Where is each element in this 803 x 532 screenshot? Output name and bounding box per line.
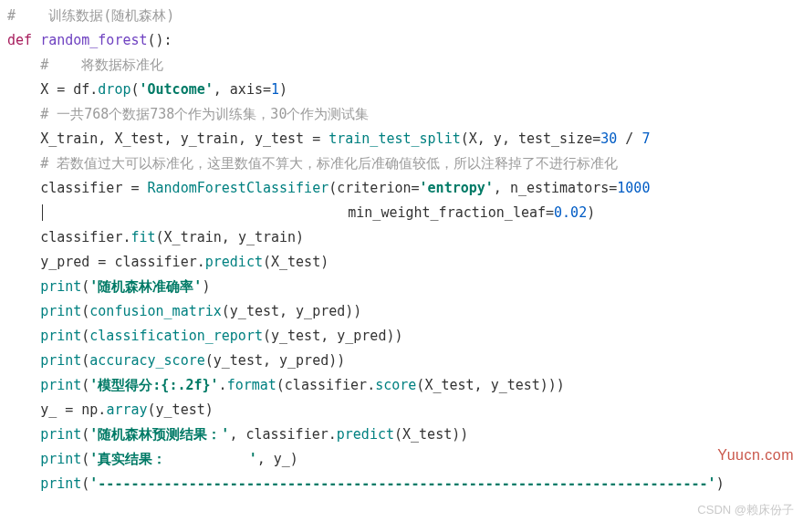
- number: 0.02: [554, 204, 587, 221]
- ident: df: [73, 81, 89, 98]
- call: print: [40, 377, 81, 393]
- ident: classifier: [40, 229, 122, 245]
- ident: X_test: [114, 130, 163, 147]
- ident: y_pred: [296, 303, 345, 319]
- ident: y: [494, 130, 502, 147]
- watermark-grey: CSDN @赖床份子: [697, 502, 794, 518]
- number: 30: [600, 130, 617, 147]
- number: 7: [641, 130, 650, 147]
- call: RandomForestClassifier: [148, 180, 329, 196]
- string: 'entropy': [420, 180, 494, 196]
- ident: X_test: [424, 377, 474, 393]
- call: predict: [337, 426, 394, 443]
- call: print: [40, 303, 81, 319]
- ident: X_test: [271, 254, 320, 270]
- ident: y_test: [255, 130, 304, 147]
- ident: y_test: [214, 352, 263, 369]
- ident: y_test: [491, 377, 540, 393]
- kwarg: n_estimators: [510, 180, 609, 196]
- call: predict: [205, 254, 263, 270]
- ident: X_train: [40, 130, 98, 147]
- call: confusion_matrix: [89, 303, 222, 319]
- ident: y_test: [271, 328, 320, 344]
- kwarg: test_size: [518, 130, 592, 147]
- call: accuracy_score: [89, 352, 204, 369]
- call: print: [40, 328, 81, 344]
- ident: y_pred: [40, 254, 89, 270]
- ident: y_pred: [337, 328, 386, 344]
- call: print: [40, 475, 81, 492]
- ident: y_test: [156, 402, 205, 418]
- call: print: [40, 451, 81, 467]
- ident: X_test: [402, 426, 452, 443]
- kwarg: min_weight_fraction_leaf: [348, 204, 546, 221]
- ident: y_test: [230, 303, 279, 319]
- ident: classifier: [114, 254, 196, 270]
- string: 'Outcome': [140, 81, 214, 98]
- call: print: [40, 426, 81, 443]
- ident: np: [81, 402, 98, 418]
- call: fit: [130, 229, 155, 245]
- ident: classifier: [285, 377, 367, 393]
- string: '随机森林预测结果：': [89, 426, 229, 443]
- kw-def: def: [7, 32, 32, 48]
- string: '真实结果： ': [89, 451, 256, 467]
- ident: classifier: [40, 180, 122, 196]
- call: classification_report: [89, 328, 263, 344]
- call: score: [375, 377, 416, 393]
- code-block: # 训练数据(随机森林) def random_forest(): # 将数据标…: [0, 0, 803, 500]
- call: array: [106, 402, 147, 418]
- comment-line: # 将数据标准化: [40, 57, 163, 73]
- kwarg: axis: [230, 81, 263, 98]
- ident: y_: [274, 451, 290, 467]
- kwarg: criterion: [337, 180, 411, 196]
- comment-line: # 若数值过大可以标准化，这里数值不算大，标准化后准确值较低，所以注释掉了不进行…: [40, 155, 618, 172]
- watermark-red: Yuucn.com: [717, 447, 794, 464]
- func-name: random_forest: [40, 32, 147, 48]
- ident: X_train: [164, 229, 222, 245]
- ident: y_train: [181, 130, 238, 147]
- comment-line: # 一共768个数据738个作为训练集，30个作为测试集: [40, 106, 369, 122]
- comment-line: # 训练数据(随机森林): [7, 7, 174, 24]
- string: '随机森林准确率': [89, 278, 202, 295]
- ident: y_train: [238, 229, 296, 245]
- call: format: [227, 377, 276, 393]
- call: print: [40, 278, 81, 295]
- ident: X: [469, 130, 477, 147]
- ident: y_pred: [279, 352, 328, 369]
- number: 1: [271, 81, 279, 98]
- ident: X: [40, 81, 48, 98]
- number: 1000: [617, 180, 650, 196]
- ident: classifier: [245, 426, 328, 443]
- call: drop: [98, 81, 130, 98]
- string: '模型得分:{:.2f}': [89, 377, 218, 393]
- call: print: [40, 352, 81, 369]
- cursor: [42, 204, 43, 221]
- call: train_test_split: [328, 130, 461, 147]
- ident: y_: [40, 402, 57, 418]
- string: '---------------------------------------…: [89, 475, 715, 492]
